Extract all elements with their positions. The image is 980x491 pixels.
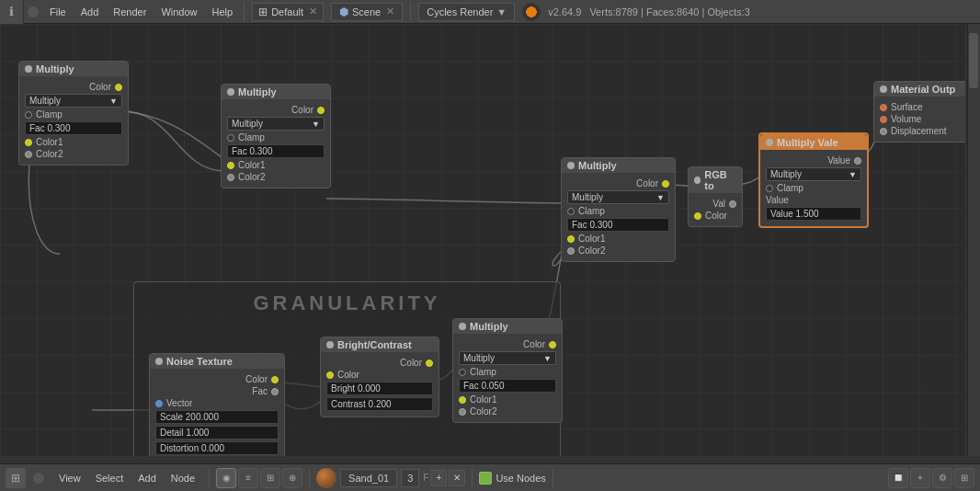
layout-selector[interactable]: ⊞ Default ✕ — [252, 3, 324, 21]
fac-field[interactable]: Fac 0.300 — [227, 144, 325, 158]
node-collapse-dot[interactable] — [880, 86, 887, 93]
node-type-icons: ◉ ≡ ⊞ ⊕ — [216, 468, 302, 488]
node-multiply4-body: Color Multiply ▼ Clamp Fac 0.050 Color1 … — [453, 334, 562, 422]
blend-type-dropdown[interactable]: Multiply ▼ — [459, 351, 556, 365]
blend-type-dropdown[interactable]: Multiply ▼ — [766, 167, 861, 181]
node-multiply3-body: Color Multiply ▼ Clamp Fac 0.300 Color1 … — [562, 173, 675, 261]
node-collapse-dot[interactable] — [326, 341, 334, 348]
surface-row: Surface — [880, 102, 965, 112]
menu-view[interactable]: View — [51, 466, 88, 490]
node-material-out[interactable]: Material Outp Surface Volume Displacemen… — [873, 81, 965, 143]
clamp-radio: Clamp — [227, 132, 325, 143]
node-bright-contrast[interactable]: Bright/Contrast Color Color Bright 0.000… — [320, 337, 439, 417]
top-menus: File Add Render Window Help — [42, 0, 240, 24]
node-multiply1-header: Multiply — [19, 62, 128, 76]
bottom-dot — [33, 473, 44, 484]
frame-number[interactable]: 3 — [401, 469, 419, 487]
node-collapse-dot[interactable] — [766, 139, 773, 146]
scrollbar-thumb[interactable] — [969, 33, 978, 88]
node-tree-icon[interactable]: ⊕ — [282, 468, 302, 488]
color2-in-socket — [459, 408, 466, 416]
plus-icon[interactable]: + — [910, 468, 930, 488]
node-collapse-dot[interactable] — [459, 323, 466, 330]
material-name-field[interactable]: Sand_01 — [340, 469, 397, 487]
color-out-socket — [662, 180, 669, 188]
menu-node[interactable]: Node — [164, 466, 202, 490]
node-multiply-val[interactable]: Multiply Vale Value Multiply ▼ Clamp Val… — [758, 132, 869, 228]
scene-selector[interactable]: ⬢ Scene ✕ — [331, 3, 403, 21]
fac-out-socket — [271, 388, 279, 395]
frame-x-icon[interactable]: ✕ — [449, 470, 465, 486]
stats-display: v2.64.9 Verts:8789 | Faces:8640 | Object… — [548, 6, 750, 17]
menu-window[interactable]: Window — [154, 0, 204, 24]
menu-select[interactable]: Select — [88, 466, 131, 490]
node-collapse-dot[interactable] — [694, 177, 701, 184]
fac-field[interactable]: Fac 0.300 — [25, 121, 122, 135]
frame-controls: F + ✕ — [423, 470, 465, 486]
node-rgb-to[interactable]: RGB to Val Color — [688, 166, 743, 227]
detail-field[interactable]: Detail 1.000 — [155, 426, 279, 440]
color2-row: Color2 — [459, 406, 556, 417]
color-out-socket — [271, 376, 279, 383]
clamp-radio: Clamp — [567, 206, 669, 216]
node-collapse-dot[interactable] — [227, 88, 234, 96]
extra-icon[interactable]: ⊞ — [954, 468, 974, 488]
node-multiply2-header: Multiply — [222, 85, 330, 99]
node-multiply4-header: Multiply — [453, 319, 562, 334]
menu-add[interactable]: Add — [74, 0, 107, 24]
distortion-field[interactable]: Distortion 0.000 — [155, 441, 279, 455]
menu-add[interactable]: Add — [131, 466, 164, 490]
color1-row: Color1 — [567, 234, 669, 244]
blend-type-dropdown[interactable]: Multiply ▼ — [227, 117, 325, 131]
color-out-row: Color — [155, 374, 279, 384]
node-noise-texture[interactable]: Noise Texture Color Fac Vector Scale 200… — [149, 353, 285, 456]
settings-icon[interactable]: ⚙ — [932, 468, 952, 488]
scale-field[interactable]: Scale 200.000 — [155, 410, 279, 424]
blend-type-dropdown[interactable]: Multiply ▼ — [567, 190, 669, 204]
node-multiply4[interactable]: Multiply Color Multiply ▼ Clamp Fac 0.05… — [452, 318, 563, 423]
renderer-selector[interactable]: Cycles Render ▼ — [418, 3, 515, 21]
granularity-label: GRANULARITY — [253, 291, 440, 315]
scene-icon[interactable]: 🔲 — [888, 468, 908, 488]
node-material-out-header: Material Outp — [874, 82, 965, 97]
menu-help[interactable]: Help — [205, 0, 241, 24]
vertical-scrollbar[interactable] — [967, 24, 980, 456]
node-noise-texture-body: Color Fac Vector Scale 200.000 Detail 1.… — [150, 369, 284, 456]
node-multiply2[interactable]: Multiply Color Multiply ▼ Clamp Fac 0.30… — [221, 84, 331, 188]
menu-file[interactable]: File — [42, 0, 74, 24]
contrast-field[interactable]: Contrast 0.200 — [326, 397, 433, 411]
frame-plus-icon[interactable]: + — [430, 470, 447, 486]
node-collapse-dot[interactable] — [155, 358, 163, 365]
node-multiply1[interactable]: Multiply Color Multiply ▼ Clamp Fac 0.30… — [18, 61, 129, 166]
color-out-row: Color — [326, 358, 433, 368]
fac-field[interactable]: Fac 0.050 — [459, 379, 556, 393]
color-in-socket — [326, 371, 334, 379]
node-multiply-val-body: Value Multiply ▼ Clamp Value Value 1.500 — [760, 150, 867, 226]
node-collapse-dot[interactable] — [25, 65, 32, 73]
use-nodes-toggle[interactable]: Use Nodes — [479, 472, 545, 485]
use-nodes-checkbox[interactable] — [479, 472, 492, 485]
top-menu-bar: ℹ File Add Render Window Help ⊞ Default … — [0, 0, 980, 24]
color-out-row: Color — [25, 82, 122, 92]
node-multiply-val-header: Multiply Vale — [760, 134, 867, 150]
color2-row: Color2 — [25, 149, 122, 159]
node-multiply3[interactable]: Multiply Color Multiply ▼ Clamp Fac 0.30… — [561, 157, 676, 262]
color1-in-socket — [567, 235, 575, 243]
view-icon: ⊞ — [6, 468, 26, 488]
displacement-in-socket — [880, 128, 887, 135]
node-list-icon[interactable]: ≡ — [238, 468, 258, 488]
node-view-icon[interactable]: ◉ — [216, 468, 236, 488]
blender-logo — [522, 3, 541, 21]
blend-type-dropdown[interactable]: Multiply ▼ — [25, 94, 122, 108]
node-grid-icon[interactable]: ⊞ — [260, 468, 280, 488]
node-multiply2-body: Color Multiply ▼ Clamp Fac 0.300 Color1 … — [222, 99, 330, 188]
bright-field[interactable]: Bright 0.000 — [326, 382, 433, 395]
node-collapse-dot[interactable] — [567, 162, 575, 169]
vector-in-socket — [155, 400, 163, 407]
clamp-radio: Clamp — [25, 109, 122, 120]
color-out-socket — [115, 84, 122, 91]
value-field[interactable]: Value 1.500 — [766, 207, 861, 221]
fac-field[interactable]: Fac 0.300 — [567, 218, 669, 232]
menu-render[interactable]: Render — [106, 0, 154, 24]
node-editor-canvas[interactable]: GRANULARITY Multiply Color Multiply ▼ Cl… — [0, 24, 965, 456]
